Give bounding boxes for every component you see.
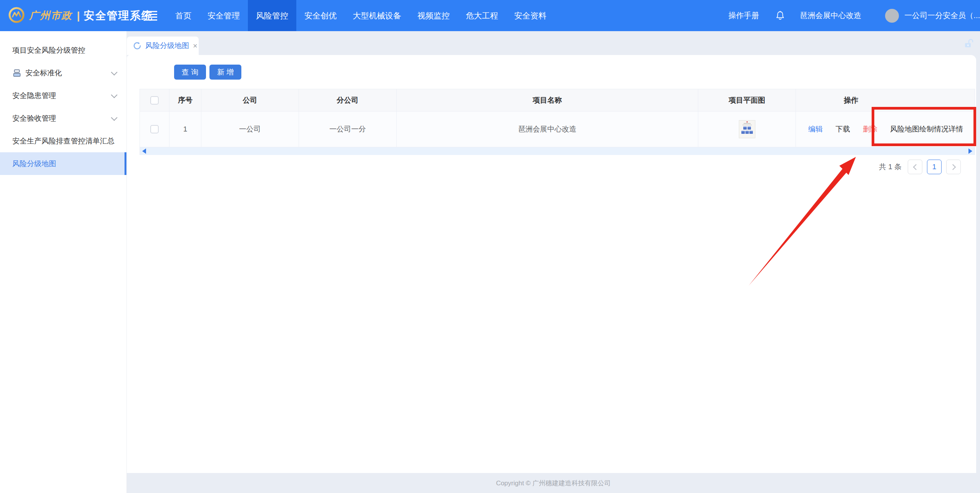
query-button[interactable]: 查 询 (174, 65, 206, 80)
add-button[interactable]: 新 增 (209, 65, 241, 80)
sidebar-item-risk-grading-map[interactable]: 风险分级地图 (0, 152, 126, 175)
footer: Copyright © 广州穗建建造科技有限公司 (127, 473, 980, 493)
nav-item-home[interactable]: 首页 (167, 0, 199, 31)
nav-item-risk-control[interactable]: 风险管控 (248, 0, 296, 31)
standardization-icon (12, 68, 22, 78)
nav-item-dangerous-projects[interactable]: 危大工程 (458, 0, 506, 31)
delete-link[interactable]: 删除 (863, 124, 877, 134)
nav-item-large-machinery[interactable]: 大型机械设备 (345, 0, 409, 31)
nav-item-safety-documents[interactable]: 安全资料 (506, 0, 555, 31)
content-card: 查 询 新 增 序号 公司 分公司 项目名称 项目平面图 操作 1 一公司 一公… (127, 55, 976, 473)
download-link[interactable]: 下载 (835, 124, 850, 134)
scroll-right-icon[interactable] (968, 148, 972, 154)
cell-project-name: 琶洲会展中心改造 (397, 112, 698, 147)
top-navbar: 广州市政 | 安全管理系统 首页 安全管理 风险管控 安全创优 大型机械设备 视… (0, 0, 980, 31)
column-header-actions: 操作 (796, 89, 975, 111)
cell-index: 1 (169, 112, 201, 147)
app-title: 安全管理系统 (84, 8, 153, 23)
chevron-left-icon (913, 164, 919, 170)
chevron-down-icon (111, 114, 118, 121)
close-icon[interactable]: × (193, 42, 198, 50)
tab-bar: 风险分级地图 × (127, 31, 980, 55)
cell-company: 一公司 (201, 112, 299, 147)
projects-table: 序号 公司 分公司 项目名称 项目平面图 操作 1 一公司 一公司一分 琶洲会展… (140, 89, 975, 155)
column-header-company: 公司 (201, 89, 299, 111)
horizontal-scrollbar[interactable] (140, 147, 975, 155)
current-project-selector[interactable]: 琶洲会展中心改造 (800, 10, 861, 21)
column-header-branch: 分公司 (299, 89, 397, 111)
sidebar-item-project-risk-control[interactable]: 项目安全风险分级管控 (0, 39, 126, 62)
sidebar-item-hazard-management[interactable]: 安全隐患管理 (0, 84, 126, 107)
logo-text: 广州市政 (29, 9, 72, 22)
table-row: 1 一公司 一公司一分 琶洲会展中心改造 (140, 111, 975, 147)
nav-item-safety-excellence[interactable]: 安全创优 (296, 0, 345, 31)
main-area: 风险分级地图 × 查 询 新 增 序号 公司 分公司 项目名称 项目平面图 操 (127, 31, 980, 493)
column-header-index: 序号 (169, 89, 201, 111)
toolbar: 查 询 新 增 (174, 65, 241, 80)
sidebar-item-risk-checklist-summary[interactable]: 安全生产风险排查管控清单汇总 (0, 130, 126, 152)
main-menu: 首页 安全管理 风险管控 安全创优 大型机械设备 视频监控 危大工程 安全资料 (167, 0, 555, 31)
project-plan-thumbnail[interactable] (739, 120, 756, 138)
user-menu[interactable]: 一公司一分安全员（... (904, 10, 980, 21)
avatar[interactable] (885, 9, 899, 23)
refresh-icon[interactable] (133, 42, 141, 50)
pagination: 共 1 条 1 (879, 160, 961, 174)
sidebar: 项目安全风险分级管控 安全标准化 安全隐患管理 安全验收管理 安全生产风险排查管… (0, 31, 127, 493)
pagination-total: 共 1 条 (879, 162, 902, 172)
scroll-left-icon[interactable] (142, 148, 146, 154)
sidebar-collapse-icon[interactable] (143, 0, 158, 31)
bell-icon[interactable] (775, 10, 785, 21)
logo-divider: | (77, 10, 80, 22)
column-header-project-name: 项目名称 (397, 89, 698, 111)
tab-risk-grading-map[interactable]: 风险分级地图 × (127, 37, 199, 55)
copyright-text: Copyright © 广州穗建建造科技有限公司 (496, 479, 611, 488)
nav-item-video-monitoring[interactable]: 视频监控 (409, 0, 458, 31)
tab-label: 风险分级地图 (145, 41, 189, 51)
chevron-right-icon (950, 164, 956, 170)
chevron-down-icon (111, 92, 118, 98)
column-header-plan: 项目平面图 (698, 89, 796, 111)
risk-map-detail-link[interactable]: 风险地图绘制情况详情 (890, 124, 963, 134)
unlock-icon[interactable] (964, 38, 975, 50)
manual-link[interactable]: 操作手册 (728, 10, 759, 21)
nav-item-safety-management[interactable]: 安全管理 (199, 0, 248, 31)
pagination-next-button[interactable] (946, 160, 961, 174)
cell-branch: 一公司一分 (299, 112, 397, 147)
row-checkbox[interactable] (150, 125, 159, 133)
chevron-down-icon (111, 69, 118, 75)
logo-icon (8, 6, 25, 25)
table-header-row: 序号 公司 分公司 项目名称 项目平面图 操作 (140, 89, 975, 111)
sidebar-item-safety-acceptance[interactable]: 安全验收管理 (0, 107, 126, 130)
edit-link[interactable]: 编辑 (808, 124, 823, 134)
row-actions: 编辑 下载 删除 风险地图绘制情况详情 (808, 124, 963, 134)
select-all-checkbox[interactable] (150, 96, 159, 105)
sidebar-item-safety-standardization[interactable]: 安全标准化 (0, 62, 126, 84)
pagination-prev-button[interactable] (908, 160, 922, 174)
pagination-page-1[interactable]: 1 (927, 160, 942, 174)
navbar-right: 操作手册 琶洲会展中心改造 一公司一分安全员（... (728, 0, 980, 31)
logo: 广州市政 | 安全管理系统 (0, 0, 129, 31)
